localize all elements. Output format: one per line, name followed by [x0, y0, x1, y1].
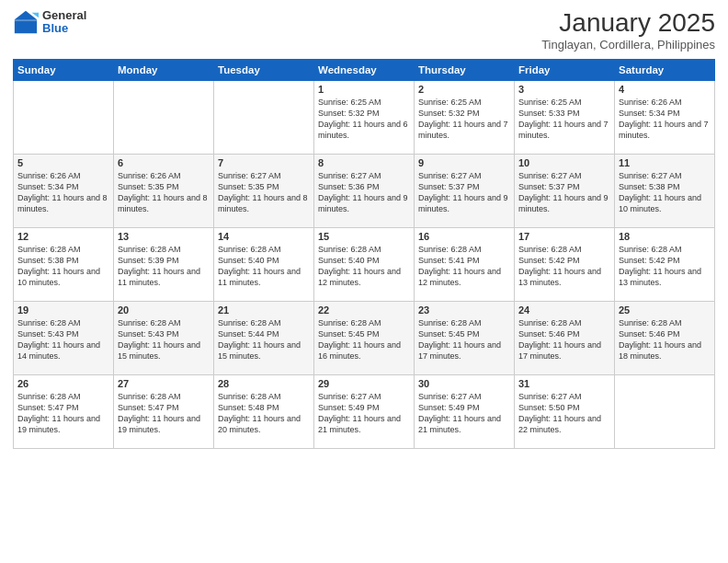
table-row: 27Sunrise: 6:28 AMSunset: 5:47 PMDayligh… — [114, 374, 214, 448]
day-number: 18 — [619, 231, 711, 242]
table-row — [114, 80, 214, 154]
day-number: 29 — [318, 378, 410, 389]
day-number: 8 — [318, 157, 410, 168]
title-block: January 2025 Tinglayan, Cordillera, Phil… — [541, 9, 715, 52]
day-number: 1 — [318, 84, 410, 95]
day-info: Sunrise: 6:26 AMSunset: 5:34 PMDaylight:… — [619, 97, 711, 142]
day-number: 15 — [318, 231, 410, 242]
logo: General Blue — [13, 9, 86, 36]
day-info: Sunrise: 6:28 AMSunset: 5:42 PMDaylight:… — [518, 244, 610, 289]
col-monday: Monday — [114, 59, 214, 80]
day-number: 16 — [418, 231, 510, 242]
day-info: Sunrise: 6:28 AMSunset: 5:40 PMDaylight:… — [318, 244, 410, 289]
table-row: 29Sunrise: 6:27 AMSunset: 5:49 PMDayligh… — [314, 374, 415, 448]
day-info: Sunrise: 6:26 AMSunset: 5:35 PMDaylight:… — [118, 170, 210, 215]
table-row: 25Sunrise: 6:28 AMSunset: 5:46 PMDayligh… — [615, 301, 715, 374]
day-info: Sunrise: 6:28 AMSunset: 5:43 PMDaylight:… — [17, 317, 109, 362]
day-number: 22 — [318, 304, 410, 316]
day-info: Sunrise: 6:28 AMSunset: 5:47 PMDaylight:… — [17, 391, 109, 436]
logo-text: General Blue — [42, 9, 86, 36]
col-thursday: Thursday — [415, 59, 515, 80]
day-number: 11 — [619, 157, 711, 168]
day-info: Sunrise: 6:25 AMSunset: 5:32 PMDaylight:… — [318, 97, 410, 142]
day-info: Sunrise: 6:28 AMSunset: 5:47 PMDaylight:… — [118, 391, 210, 436]
col-sunday: Sunday — [14, 59, 114, 80]
day-info: Sunrise: 6:28 AMSunset: 5:42 PMDaylight:… — [619, 244, 711, 289]
svg-rect-2 — [15, 19, 37, 21]
location: Tinglayan, Cordillera, Philippines — [541, 38, 715, 52]
table-row: 26Sunrise: 6:28 AMSunset: 5:47 PMDayligh… — [14, 374, 114, 448]
day-info: Sunrise: 6:28 AMSunset: 5:43 PMDaylight:… — [118, 317, 210, 362]
day-info: Sunrise: 6:28 AMSunset: 5:40 PMDaylight:… — [218, 244, 310, 289]
calendar-header-row: Sunday Monday Tuesday Wednesday Thursday… — [14, 59, 715, 80]
day-number: 19 — [17, 304, 109, 316]
table-row: 16Sunrise: 6:28 AMSunset: 5:41 PMDayligh… — [415, 227, 515, 301]
table-row: 21Sunrise: 6:28 AMSunset: 5:44 PMDayligh… — [214, 301, 314, 374]
day-info: Sunrise: 6:27 AMSunset: 5:49 PMDaylight:… — [418, 391, 510, 436]
table-row: 17Sunrise: 6:28 AMSunset: 5:42 PMDayligh… — [515, 227, 615, 301]
day-info: Sunrise: 6:28 AMSunset: 5:38 PMDaylight:… — [17, 244, 109, 289]
day-number: 9 — [418, 157, 510, 168]
calendar-week-row: 19Sunrise: 6:28 AMSunset: 5:43 PMDayligh… — [14, 301, 715, 374]
day-info: Sunrise: 6:27 AMSunset: 5:49 PMDaylight:… — [318, 391, 410, 436]
table-row: 4Sunrise: 6:26 AMSunset: 5:34 PMDaylight… — [615, 80, 715, 154]
table-row: 6Sunrise: 6:26 AMSunset: 5:35 PMDaylight… — [114, 154, 214, 227]
table-row: 7Sunrise: 6:27 AMSunset: 5:35 PMDaylight… — [214, 154, 314, 227]
day-info: Sunrise: 6:27 AMSunset: 5:37 PMDaylight:… — [418, 170, 510, 215]
table-row: 24Sunrise: 6:28 AMSunset: 5:46 PMDayligh… — [515, 301, 615, 374]
day-number: 20 — [118, 304, 210, 316]
table-row: 2Sunrise: 6:25 AMSunset: 5:32 PMDaylight… — [415, 80, 515, 154]
calendar-week-row: 12Sunrise: 6:28 AMSunset: 5:38 PMDayligh… — [14, 227, 715, 301]
day-info: Sunrise: 6:28 AMSunset: 5:41 PMDaylight:… — [418, 244, 510, 289]
day-number: 14 — [218, 231, 310, 242]
day-info: Sunrise: 6:28 AMSunset: 5:48 PMDaylight:… — [218, 391, 310, 436]
table-row — [615, 374, 715, 448]
header: General Blue January 2025 Tinglayan, Cor… — [13, 9, 715, 52]
day-info: Sunrise: 6:28 AMSunset: 5:46 PMDaylight:… — [619, 317, 711, 362]
day-number: 28 — [218, 378, 310, 389]
day-number: 2 — [418, 84, 510, 95]
table-row: 23Sunrise: 6:28 AMSunset: 5:45 PMDayligh… — [415, 301, 515, 374]
calendar: Sunday Monday Tuesday Wednesday Thursday… — [13, 59, 715, 449]
table-row: 14Sunrise: 6:28 AMSunset: 5:40 PMDayligh… — [214, 227, 314, 301]
day-number: 13 — [118, 231, 210, 242]
day-number: 30 — [418, 378, 510, 389]
calendar-week-row: 1Sunrise: 6:25 AMSunset: 5:32 PMDaylight… — [14, 80, 715, 154]
table-row: 31Sunrise: 6:27 AMSunset: 5:50 PMDayligh… — [515, 374, 615, 448]
calendar-week-row: 5Sunrise: 6:26 AMSunset: 5:34 PMDaylight… — [14, 154, 715, 227]
col-tuesday: Tuesday — [214, 59, 314, 80]
day-info: Sunrise: 6:28 AMSunset: 5:46 PMDaylight:… — [518, 317, 610, 362]
day-info: Sunrise: 6:26 AMSunset: 5:34 PMDaylight:… — [17, 170, 109, 215]
table-row: 11Sunrise: 6:27 AMSunset: 5:38 PMDayligh… — [615, 154, 715, 227]
calendar-week-row: 26Sunrise: 6:28 AMSunset: 5:47 PMDayligh… — [14, 374, 715, 448]
day-number: 12 — [17, 231, 109, 242]
logo-blue: Blue — [42, 22, 86, 35]
day-number: 10 — [518, 157, 610, 168]
col-wednesday: Wednesday — [314, 59, 415, 80]
day-info: Sunrise: 6:27 AMSunset: 5:37 PMDaylight:… — [518, 170, 610, 215]
day-number: 21 — [218, 304, 310, 316]
day-info: Sunrise: 6:28 AMSunset: 5:45 PMDaylight:… — [318, 317, 410, 362]
day-number: 27 — [118, 378, 210, 389]
day-info: Sunrise: 6:25 AMSunset: 5:33 PMDaylight:… — [518, 97, 610, 142]
table-row: 13Sunrise: 6:28 AMSunset: 5:39 PMDayligh… — [114, 227, 214, 301]
day-number: 3 — [518, 84, 610, 95]
day-info: Sunrise: 6:28 AMSunset: 5:45 PMDaylight:… — [418, 317, 510, 362]
day-number: 7 — [218, 157, 310, 168]
table-row: 19Sunrise: 6:28 AMSunset: 5:43 PMDayligh… — [14, 301, 114, 374]
table-row: 30Sunrise: 6:27 AMSunset: 5:49 PMDayligh… — [415, 374, 515, 448]
day-number: 26 — [17, 378, 109, 389]
logo-icon — [13, 9, 39, 35]
table-row: 18Sunrise: 6:28 AMSunset: 5:42 PMDayligh… — [615, 227, 715, 301]
day-number: 5 — [17, 157, 109, 168]
table-row: 8Sunrise: 6:27 AMSunset: 5:36 PMDaylight… — [314, 154, 415, 227]
day-number: 23 — [418, 304, 510, 316]
svg-marker-0 — [15, 11, 37, 33]
table-row: 28Sunrise: 6:28 AMSunset: 5:48 PMDayligh… — [214, 374, 314, 448]
table-row: 20Sunrise: 6:28 AMSunset: 5:43 PMDayligh… — [114, 301, 214, 374]
day-number: 24 — [518, 304, 610, 316]
table-row: 12Sunrise: 6:28 AMSunset: 5:38 PMDayligh… — [14, 227, 114, 301]
day-info: Sunrise: 6:28 AMSunset: 5:44 PMDaylight:… — [218, 317, 310, 362]
day-info: Sunrise: 6:27 AMSunset: 5:38 PMDaylight:… — [619, 170, 711, 215]
day-number: 17 — [518, 231, 610, 242]
